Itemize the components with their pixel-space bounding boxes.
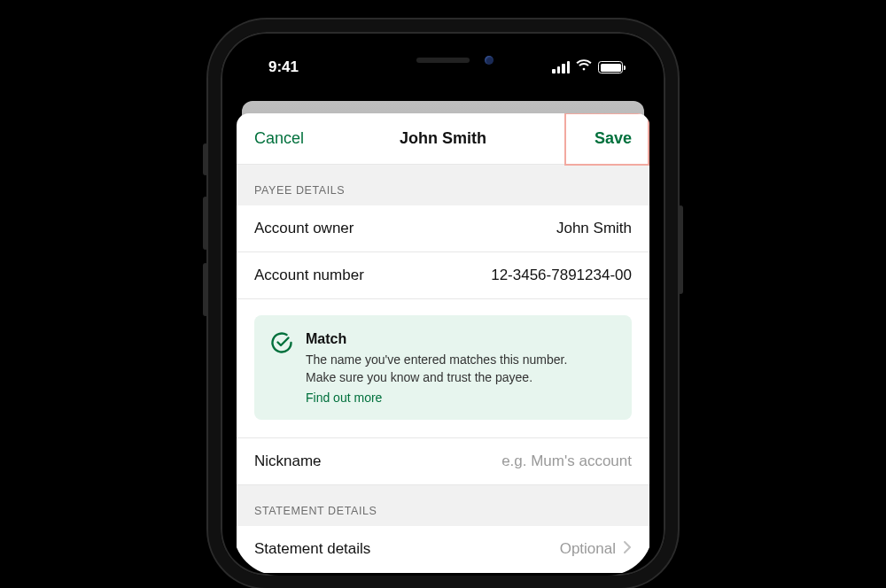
chevron-right-icon bbox=[623, 540, 632, 559]
status-time: 9:41 bbox=[268, 58, 299, 76]
row-nickname[interactable]: Nickname bbox=[237, 438, 649, 485]
match-text-line1: The name you've entered matches this num… bbox=[306, 352, 567, 367]
save-button[interactable]: Save bbox=[595, 129, 632, 148]
statement-details-label: Statement details bbox=[254, 540, 370, 558]
nickname-input[interactable] bbox=[332, 453, 632, 470]
cellular-signal-icon bbox=[552, 61, 570, 74]
battery-icon bbox=[598, 61, 623, 74]
match-box: Match The name you've entered matches th… bbox=[254, 315, 632, 420]
modal-sheet: Cancel John Smith Save PAYEE DETAILS Acc… bbox=[237, 113, 649, 573]
row-account-number: Account number 12-3456-7891234-00 bbox=[237, 252, 649, 299]
account-owner-label: Account owner bbox=[254, 220, 354, 237]
find-out-more-link[interactable]: Find out more bbox=[306, 391, 382, 405]
account-owner-value: John Smith bbox=[556, 220, 632, 237]
nav-bar: Cancel John Smith Save bbox=[237, 113, 649, 165]
statement-details-value: Optional bbox=[560, 540, 616, 558]
row-statement-details[interactable]: Statement details Optional bbox=[237, 526, 649, 573]
page-title: John Smith bbox=[400, 129, 486, 148]
section-header-payee: PAYEE DETAILS bbox=[237, 165, 649, 205]
match-container: Match The name you've entered matches th… bbox=[237, 299, 649, 438]
cancel-button[interactable]: Cancel bbox=[254, 129, 304, 148]
row-account-owner: Account owner John Smith bbox=[237, 205, 649, 252]
wifi-icon bbox=[576, 58, 592, 76]
status-bar: 9:41 bbox=[233, 44, 653, 90]
section-header-statement: STATEMENT DETAILS bbox=[237, 485, 649, 526]
match-text-line2: Make sure you know and trust the payee. bbox=[306, 370, 532, 384]
account-number-value: 12-3456-7891234-00 bbox=[491, 267, 632, 284]
nickname-label: Nickname bbox=[254, 453, 322, 470]
match-title: Match bbox=[306, 331, 567, 347]
check-circle-icon bbox=[270, 331, 293, 406]
account-number-label: Account number bbox=[254, 267, 364, 284]
